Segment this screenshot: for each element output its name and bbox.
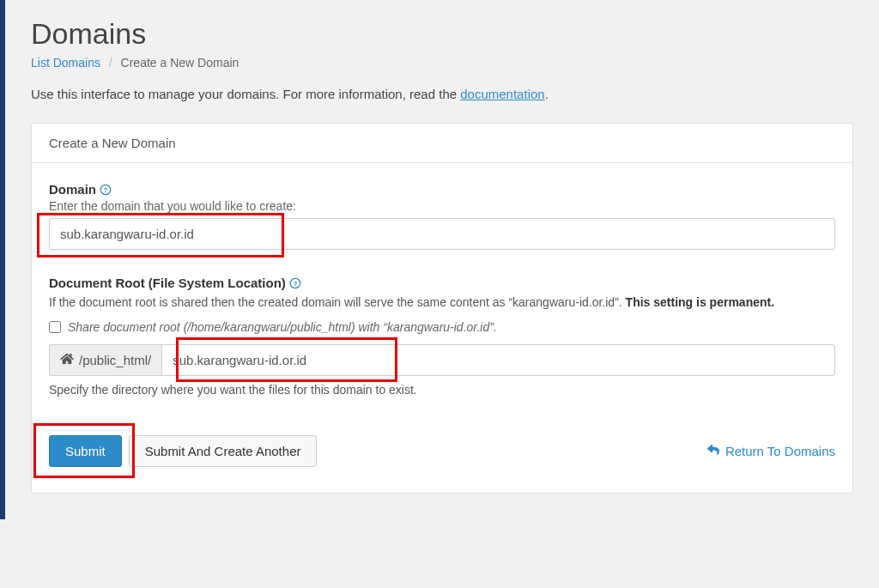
docroot-input[interactable]: [161, 344, 835, 376]
svg-text:?: ?: [293, 280, 297, 288]
documentation-link[interactable]: documentation: [460, 87, 544, 101]
docroot-label-text: Document Root (File System Location): [49, 276, 286, 290]
svg-text:?: ?: [104, 186, 108, 194]
breadcrumb: List Domains / Create a New Domain: [31, 56, 853, 70]
docroot-note-prefix: If the document root is shared then the …: [49, 295, 512, 309]
home-icon: [60, 353, 74, 367]
share-docroot-checkbox[interactable]: [49, 321, 61, 333]
domain-input[interactable]: [49, 218, 835, 250]
breadcrumb-current: Create a New Domain: [121, 56, 239, 70]
domain-label: Domain ?: [49, 182, 835, 197]
return-link-text: Return To Domains: [725, 444, 835, 458]
docroot-note-suffix: ”.: [615, 295, 625, 309]
docroot-note-bold: This setting is permanent.: [626, 295, 774, 309]
help-icon[interactable]: ?: [100, 184, 112, 196]
docroot-label: Document Root (File System Location) ?: [49, 276, 835, 290]
intro-prefix: Use this interface to manage your domain…: [31, 87, 460, 101]
submit-button[interactable]: Submit: [49, 435, 122, 467]
intro-text: Use this interface to manage your domain…: [31, 87, 853, 101]
breadcrumb-list-link[interactable]: List Domains: [31, 56, 100, 70]
return-to-domains-link[interactable]: Return To Domains: [706, 444, 835, 458]
help-icon[interactable]: ?: [289, 277, 301, 289]
breadcrumb-separator: /: [104, 56, 118, 70]
docroot-prefix-addon: /public_html/: [49, 344, 161, 376]
docroot-dir-note: Specify the directory where you want the…: [49, 383, 835, 397]
domain-desc: Enter the domain that you would like to …: [49, 199, 835, 213]
create-domain-panel: Create a New Domain Domain ? Enter the d…: [31, 123, 853, 494]
domain-label-text: Domain: [49, 182, 96, 197]
reply-icon: [706, 444, 720, 458]
docroot-note-domain: karangwaru-id.or.id: [512, 295, 615, 309]
docroot-note: If the document root is shared then the …: [49, 294, 835, 312]
page-title: Domains: [31, 17, 853, 51]
share-docroot-label[interactable]: Share document root (/home/karangwaru/pu…: [68, 320, 497, 334]
docroot-addon-text: /public_html/: [79, 353, 151, 367]
submit-create-another-button[interactable]: Submit And Create Another: [129, 435, 318, 467]
panel-heading: Create a New Domain: [32, 124, 852, 163]
intro-suffix: .: [545, 87, 549, 101]
